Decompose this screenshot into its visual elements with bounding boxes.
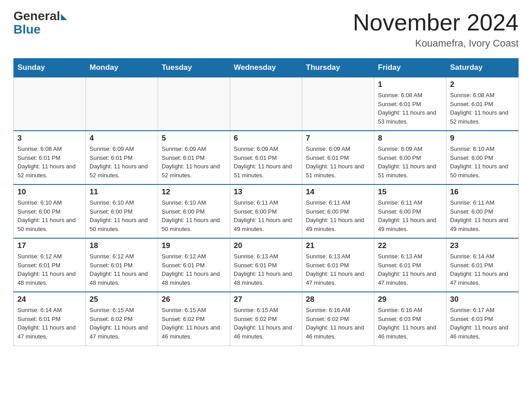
sun-info: Sunrise: 6:08 AMSunset: 6:01 PMDaylight:… (378, 91, 442, 126)
sun-info: Sunrise: 6:11 AMSunset: 6:00 PMDaylight:… (378, 198, 442, 233)
sun-info: Sunrise: 6:11 AMSunset: 6:00 PMDaylight:… (234, 198, 298, 233)
calendar-cell: 22Sunrise: 6:13 AMSunset: 6:01 PMDayligh… (374, 238, 446, 292)
sun-info: Sunrise: 6:13 AMSunset: 6:01 PMDaylight:… (306, 252, 370, 287)
day-number: 3 (17, 134, 82, 143)
sun-info: Sunrise: 6:13 AMSunset: 6:01 PMDaylight:… (378, 252, 442, 287)
calendar-cell: 14Sunrise: 6:11 AMSunset: 6:00 PMDayligh… (302, 184, 374, 238)
day-header-tuesday: Tuesday (158, 59, 230, 77)
calendar-cell (230, 77, 302, 131)
calendar-cell: 6Sunrise: 6:09 AMSunset: 6:01 PMDaylight… (230, 131, 302, 184)
day-number: 11 (90, 188, 154, 197)
page-header: General Blue November 2024 Kouamefra, Iv… (13, 9, 519, 49)
calendar-cell: 4Sunrise: 6:09 AMSunset: 6:01 PMDaylight… (86, 131, 158, 184)
calendar-cell: 19Sunrise: 6:12 AMSunset: 6:01 PMDayligh… (158, 238, 230, 292)
calendar-cell: 16Sunrise: 6:11 AMSunset: 6:00 PMDayligh… (446, 184, 519, 238)
sun-info: Sunrise: 6:09 AMSunset: 6:01 PMDaylight:… (306, 145, 370, 180)
sun-info: Sunrise: 6:17 AMSunset: 6:03 PMDaylight:… (450, 306, 515, 341)
day-number: 2 (450, 80, 515, 89)
sun-info: Sunrise: 6:08 AMSunset: 6:01 PMDaylight:… (450, 91, 515, 126)
calendar-cell: 12Sunrise: 6:10 AMSunset: 6:00 PMDayligh… (158, 184, 230, 238)
day-header-saturday: Saturday (446, 59, 519, 77)
calendar-cell (158, 77, 230, 131)
sun-info: Sunrise: 6:11 AMSunset: 6:00 PMDaylight:… (450, 198, 515, 233)
day-number: 28 (306, 295, 370, 304)
calendar-cell: 17Sunrise: 6:12 AMSunset: 6:01 PMDayligh… (14, 238, 86, 292)
sun-info: Sunrise: 6:14 AMSunset: 6:01 PMDaylight:… (450, 252, 515, 287)
calendar-cell: 15Sunrise: 6:11 AMSunset: 6:00 PMDayligh… (374, 184, 446, 238)
calendar-week-4: 17Sunrise: 6:12 AMSunset: 6:01 PMDayligh… (14, 238, 519, 292)
calendar-cell: 25Sunrise: 6:15 AMSunset: 6:02 PMDayligh… (86, 292, 158, 346)
day-number: 8 (378, 134, 442, 143)
logo-arrow-icon (61, 14, 67, 20)
day-number: 1 (378, 80, 442, 89)
title-section: November 2024 Kouamefra, Ivory Coast (353, 9, 519, 49)
sun-info: Sunrise: 6:12 AMSunset: 6:01 PMDaylight:… (90, 252, 154, 287)
day-number: 26 (162, 295, 226, 304)
day-number: 16 (450, 188, 515, 197)
day-number: 18 (90, 241, 154, 250)
calendar-week-3: 10Sunrise: 6:10 AMSunset: 6:00 PMDayligh… (14, 184, 519, 238)
day-number: 23 (450, 241, 515, 250)
day-header-monday: Monday (86, 59, 158, 77)
calendar-cell: 10Sunrise: 6:10 AMSunset: 6:00 PMDayligh… (14, 184, 86, 238)
day-number: 4 (90, 134, 154, 143)
sun-info: Sunrise: 6:15 AMSunset: 6:02 PMDaylight:… (234, 306, 298, 341)
sun-info: Sunrise: 6:12 AMSunset: 6:01 PMDaylight:… (17, 252, 82, 287)
day-number: 7 (306, 134, 370, 143)
calendar-cell: 7Sunrise: 6:09 AMSunset: 6:01 PMDaylight… (302, 131, 374, 184)
calendar-header-row: SundayMondayTuesdayWednesdayThursdayFrid… (14, 59, 519, 77)
location-text: Kouamefra, Ivory Coast (353, 38, 519, 49)
day-number: 25 (90, 295, 154, 304)
sun-info: Sunrise: 6:15 AMSunset: 6:02 PMDaylight:… (162, 306, 226, 341)
sun-info: Sunrise: 6:09 AMSunset: 6:01 PMDaylight:… (90, 145, 154, 180)
logo-text: General (13, 9, 67, 23)
day-number: 5 (162, 134, 226, 143)
day-header-wednesday: Wednesday (230, 59, 302, 77)
calendar-cell: 26Sunrise: 6:15 AMSunset: 6:02 PMDayligh… (158, 292, 230, 346)
day-number: 9 (450, 134, 515, 143)
calendar-cell: 21Sunrise: 6:13 AMSunset: 6:01 PMDayligh… (302, 238, 374, 292)
day-number: 27 (234, 295, 298, 304)
sun-info: Sunrise: 6:09 AMSunset: 6:01 PMDaylight:… (162, 145, 226, 180)
sun-info: Sunrise: 6:10 AMSunset: 6:00 PMDaylight:… (450, 145, 515, 180)
logo: General Blue (13, 9, 67, 37)
sun-info: Sunrise: 6:12 AMSunset: 6:01 PMDaylight:… (162, 252, 226, 287)
day-number: 29 (378, 295, 442, 304)
sun-info: Sunrise: 6:16 AMSunset: 6:03 PMDaylight:… (378, 306, 442, 341)
calendar-cell (14, 77, 86, 131)
calendar-cell: 8Sunrise: 6:09 AMSunset: 6:00 PMDaylight… (374, 131, 446, 184)
calendar-cell: 20Sunrise: 6:13 AMSunset: 6:01 PMDayligh… (230, 238, 302, 292)
calendar-cell: 24Sunrise: 6:14 AMSunset: 6:01 PMDayligh… (14, 292, 86, 346)
calendar-cell: 11Sunrise: 6:10 AMSunset: 6:00 PMDayligh… (86, 184, 158, 238)
calendar-week-5: 24Sunrise: 6:14 AMSunset: 6:01 PMDayligh… (14, 292, 519, 346)
calendar-cell: 1Sunrise: 6:08 AMSunset: 6:01 PMDaylight… (374, 77, 446, 131)
calendar-cell: 13Sunrise: 6:11 AMSunset: 6:00 PMDayligh… (230, 184, 302, 238)
calendar-cell: 27Sunrise: 6:15 AMSunset: 6:02 PMDayligh… (230, 292, 302, 346)
calendar-header: SundayMondayTuesdayWednesdayThursdayFrid… (14, 59, 519, 77)
calendar-cell: 5Sunrise: 6:09 AMSunset: 6:01 PMDaylight… (158, 131, 230, 184)
day-number: 20 (234, 241, 298, 250)
calendar-cell: 30Sunrise: 6:17 AMSunset: 6:03 PMDayligh… (446, 292, 519, 346)
day-header-thursday: Thursday (302, 59, 374, 77)
day-number: 19 (162, 241, 226, 250)
day-header-friday: Friday (374, 59, 446, 77)
calendar-cell: 18Sunrise: 6:12 AMSunset: 6:01 PMDayligh… (86, 238, 158, 292)
calendar-cell: 2Sunrise: 6:08 AMSunset: 6:01 PMDaylight… (446, 77, 519, 131)
calendar-week-2: 3Sunrise: 6:08 AMSunset: 6:01 PMDaylight… (14, 131, 519, 184)
sun-info: Sunrise: 6:09 AMSunset: 6:01 PMDaylight:… (234, 145, 298, 180)
day-number: 17 (17, 241, 82, 250)
sun-info: Sunrise: 6:14 AMSunset: 6:01 PMDaylight:… (17, 306, 82, 341)
sun-info: Sunrise: 6:10 AMSunset: 6:00 PMDaylight:… (162, 198, 226, 233)
sun-info: Sunrise: 6:10 AMSunset: 6:00 PMDaylight:… (17, 198, 82, 233)
sun-info: Sunrise: 6:13 AMSunset: 6:01 PMDaylight:… (234, 252, 298, 287)
day-number: 10 (17, 188, 82, 197)
calendar-cell (302, 77, 374, 131)
calendar-cell (86, 77, 158, 131)
day-number: 14 (306, 188, 370, 197)
day-number: 15 (378, 188, 442, 197)
day-number: 12 (162, 188, 226, 197)
calendar-table: SundayMondayTuesdayWednesdayThursdayFrid… (13, 58, 519, 346)
day-number: 6 (234, 134, 298, 143)
calendar-cell: 9Sunrise: 6:10 AMSunset: 6:00 PMDaylight… (446, 131, 519, 184)
sun-info: Sunrise: 6:11 AMSunset: 6:00 PMDaylight:… (306, 198, 370, 233)
